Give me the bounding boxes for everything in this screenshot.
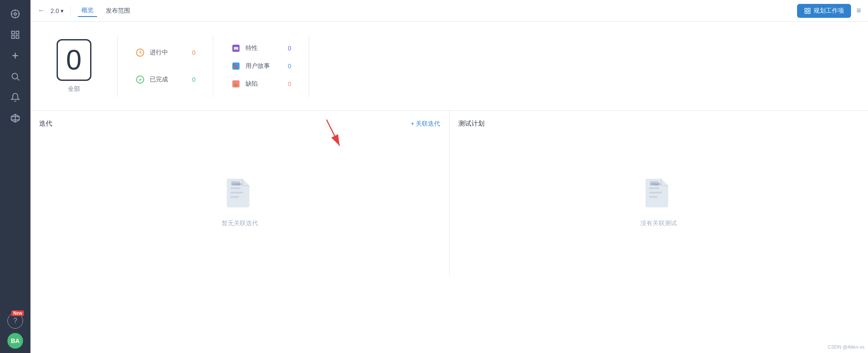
svg-text:📖: 📖 [233,46,239,51]
panels: 迭代 + 关联迭代 </null> 暂无关联迭代 [30,111,868,276]
svg-rect-41 [649,187,659,189]
menu-icon[interactable]: ≡ [856,6,861,15]
svg-text:</null>: </null> [651,182,661,186]
topbar-right: 规划工作项 ≡ [797,4,861,18]
test-panel-title: 测试计划 [458,120,484,128]
iteration-panel-title: 迭代 [39,120,52,128]
stat-row-user-story: 🔖 用户故事 0 [231,58,291,74]
svg-text:🔖: 🔖 [233,64,238,69]
associate-iteration-button[interactable]: + 关联迭代 [410,120,440,128]
stats-total: 0 全部 [39,35,118,97]
svg-rect-9 [16,36,19,38]
sidebar-item-add[interactable] [6,46,25,65]
sidebar-item-grid[interactable] [6,25,25,44]
svg-rect-18 [805,8,807,10]
iteration-empty-state: </null> 暂无关联迭代 [39,137,441,267]
sidebar-item-dashboard[interactable] [6,4,25,23]
back-button[interactable]: ← [37,6,45,15]
svg-rect-34 [230,196,239,198]
plan-icon [804,7,811,14]
svg-point-12 [12,73,18,79]
in-progress-icon [135,47,145,58]
test-empty-text: 没有关联测试 [640,220,677,227]
test-panel: 测试计划 </null> 没有关联测试 [450,111,868,276]
in-progress-count: 0 [187,49,195,56]
svg-text:🐛: 🐛 [233,82,239,87]
completed-icon [135,74,145,85]
stat-row-in-progress: 进行中 0 [135,45,195,60]
completed-label: 已完成 [150,76,182,83]
svg-point-0 [11,10,19,18]
svg-rect-19 [808,8,811,10]
total-count: 0 [57,39,91,81]
svg-text:</null>: </null> [232,182,242,186]
user-story-icon: 🔖 [231,61,241,71]
feature-label: 特性 [246,44,278,52]
iteration-empty-icon: </null> [224,177,256,213]
new-badge: New [11,310,24,316]
svg-rect-6 [12,31,14,34]
bug-count: 0 [283,80,291,87]
svg-line-13 [17,78,19,80]
watermark: CSDN @Allen-xs [828,344,865,350]
tab-scope[interactable]: 发布范围 [102,5,134,17]
svg-point-1 [14,13,17,15]
stats-status: 进行中 0 已完成 0 [118,35,213,97]
stat-row-feature: 📖 特性 0 [231,40,291,56]
test-empty-state: </null> 没有关联测试 [458,137,860,267]
user-avatar[interactable]: BA [7,333,23,349]
stat-row-completed: 已完成 0 [135,72,195,87]
svg-rect-33 [230,192,243,193]
svg-rect-8 [12,36,14,38]
test-empty-icon: </null> [643,177,674,213]
svg-rect-42 [649,192,662,193]
total-label: 全部 [68,85,80,93]
feature-icon: 📖 [231,43,241,53]
content-area: 0 全部 进行中 0 [30,22,868,353]
in-progress-label: 进行中 [150,49,182,57]
sidebar: New ? BA [0,0,30,353]
iteration-panel: 迭代 + 关联迭代 </null> 暂无关联迭代 [30,111,450,276]
svg-rect-43 [649,196,658,198]
topbar: ← 2.0 ▾ 概览 发布范围 规划工作项 ≡ [30,0,868,22]
user-story-count: 0 [283,63,291,70]
completed-count: 0 [187,76,195,83]
bug-icon: 🐛 [231,79,241,89]
svg-rect-7 [16,31,19,34]
user-story-label: 用户故事 [246,62,278,70]
chevron-down-icon: ▾ [61,7,64,14]
stat-row-bug: 🐛 缺陷 0 [231,76,291,92]
sidebar-item-search[interactable] [6,67,25,86]
svg-rect-21 [808,11,811,13]
iteration-empty-text: 暂无关联迭代 [222,220,258,227]
main-content: ← 2.0 ▾ 概览 发布范围 规划工作项 ≡ [30,0,868,353]
test-panel-header: 测试计划 [458,120,860,128]
tab-overview[interactable]: 概览 [78,5,97,17]
topbar-divider [71,7,71,15]
svg-rect-32 [230,187,241,189]
feature-count: 0 [283,45,291,52]
bug-label: 缺陷 [246,80,278,88]
iteration-panel-header: 迭代 + 关联迭代 [39,120,441,128]
svg-rect-20 [805,11,807,13]
plan-work-items-button[interactable]: 规划工作项 [797,4,851,18]
stats-types: 📖 特性 0 🔖 用户故事 0 [213,35,309,97]
help-button-wrapper[interactable]: New ? [6,312,25,331]
sidebar-item-notification[interactable] [6,88,25,107]
sidebar-item-cube[interactable] [6,109,25,128]
version-selector[interactable]: 2.0 ▾ [50,7,64,14]
stats-section: 0 全部 进行中 0 [30,22,868,111]
